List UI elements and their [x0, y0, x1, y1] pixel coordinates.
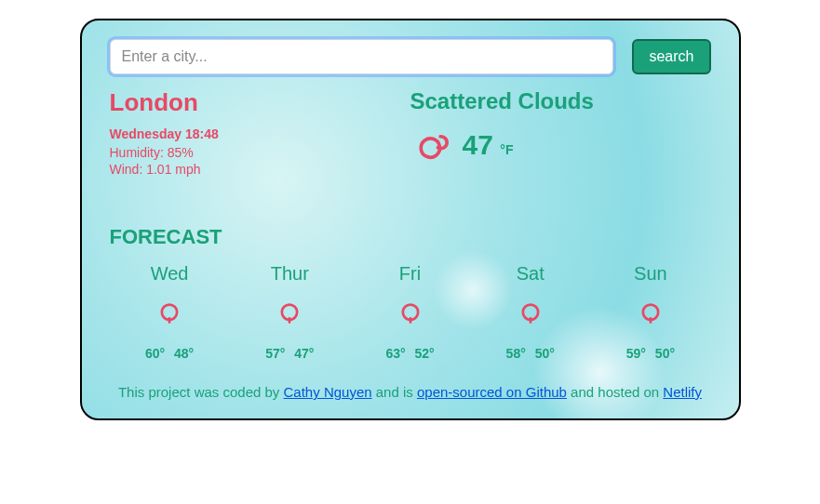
- forecast-heading: FORECAST: [110, 225, 711, 249]
- author-link[interactable]: Cathy Nguyen: [284, 384, 372, 400]
- forecast-day-label: Sat: [470, 263, 590, 285]
- forecast-day-label: Wed: [110, 263, 230, 285]
- footer-text: and is: [376, 384, 417, 400]
- search-button[interactable]: search: [632, 39, 710, 74]
- forecast-day-temps: 58° 50°: [470, 346, 590, 361]
- city-name: London: [110, 88, 410, 117]
- forecast-high: 59°: [626, 346, 646, 361]
- forecast-row: Wed 60° 48° Thur 57° 47° Fri: [110, 263, 711, 361]
- search-row: search: [110, 39, 711, 74]
- footer-text: and hosted on: [571, 384, 663, 400]
- forecast-day-temps: 59° 50°: [590, 346, 710, 361]
- cloud-icon: [395, 296, 426, 327]
- forecast-day-label: Sun: [590, 263, 710, 285]
- forecast-day: Fri 63° 52°: [350, 263, 470, 361]
- forecast-high: 58°: [506, 346, 526, 361]
- cloud-icon: [154, 296, 185, 327]
- footer-text: This project was coded by: [118, 384, 284, 400]
- forecast-low: 47°: [294, 346, 314, 361]
- forecast-day-label: Fri: [350, 263, 470, 285]
- condition-text: Scattered Clouds: [410, 88, 711, 114]
- current-datetime: Wednesday 18:48: [110, 126, 410, 141]
- source-link[interactable]: open-sourced on Github: [417, 384, 567, 400]
- forecast-day-temps: 57° 47°: [230, 346, 350, 361]
- forecast-day-label: Thur: [230, 263, 350, 285]
- city-search-input[interactable]: [110, 39, 614, 74]
- forecast-low: 50°: [655, 346, 675, 361]
- forecast-high: 57°: [265, 346, 285, 361]
- temp-unit: °F: [500, 142, 513, 157]
- weather-app-card: search London Wednesday 18:48 Humidity: …: [80, 19, 741, 420]
- forecast-low: 50°: [535, 346, 555, 361]
- forecast-low: 48°: [174, 346, 194, 361]
- cloud-icon: [635, 296, 666, 327]
- current-temp: 47 °F: [463, 129, 514, 161]
- current-temp-row: 47 °F: [410, 124, 711, 166]
- forecast-day: Sat 58° 50°: [470, 263, 590, 361]
- footer-credits: This project was coded by Cathy Nguyen a…: [110, 384, 711, 400]
- current-location-col: London Wednesday 18:48 Humidity: 85% Win…: [110, 88, 410, 179]
- forecast-day: Wed 60° 48°: [110, 263, 230, 361]
- forecast-low: 52°: [414, 346, 434, 361]
- temp-value: 47: [463, 129, 493, 160]
- forecast-day: Sun 59° 50°: [590, 263, 710, 361]
- humidity-text: Humidity: 85%: [110, 145, 410, 160]
- cloud-icon: [274, 296, 305, 327]
- forecast-high: 63°: [385, 346, 405, 361]
- forecast-high: 60°: [145, 346, 165, 361]
- current-weather-row: London Wednesday 18:48 Humidity: 85% Win…: [110, 88, 711, 179]
- wind-text: Wind: 1.01 mph: [110, 162, 410, 177]
- forecast-day: Thur 57° 47°: [230, 263, 350, 361]
- host-link[interactable]: Netlify: [663, 384, 702, 400]
- forecast-day-temps: 60° 48°: [110, 346, 230, 361]
- current-condition-col: Scattered Clouds 47 °F: [410, 88, 711, 179]
- cloud-icon: [515, 296, 546, 327]
- forecast-day-temps: 63° 52°: [350, 346, 470, 361]
- cloud-icon: [410, 124, 453, 166]
